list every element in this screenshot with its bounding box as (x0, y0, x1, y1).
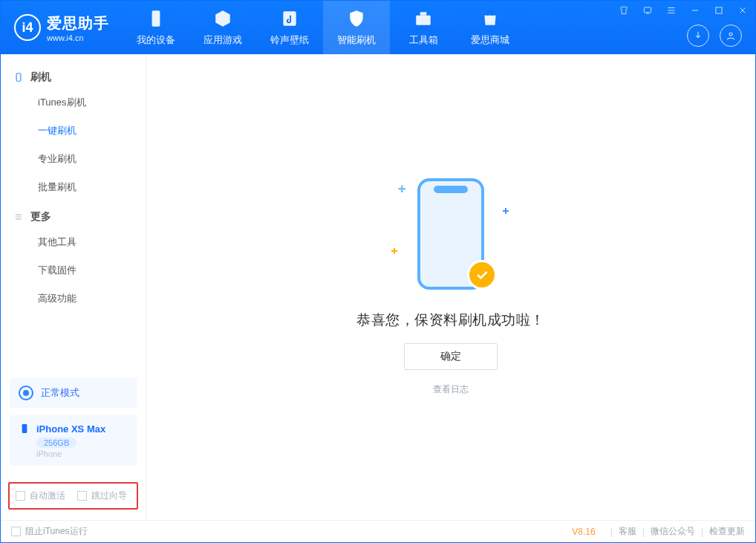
nav-label: 铃声壁纸 (270, 33, 309, 47)
account-button[interactable] (720, 25, 742, 47)
app-logo: i4 爱思助手 www.i4.cn (1, 1, 123, 54)
section-title: 刷机 (30, 71, 51, 84)
body: 刷机 iTunes刷机 一键刷机 专业刷机 批量刷机 更多 其他工具 下载固件 … (1, 54, 755, 520)
footer-link-support[interactable]: 客服 (619, 525, 636, 538)
close-button[interactable] (734, 4, 751, 17)
sidebar-section-flash: 刷机 (1, 62, 146, 88)
device-icon (146, 9, 166, 30)
music-icon (280, 9, 299, 30)
nav-label: 应用游戏 (203, 33, 242, 47)
checkbox-auto-activate[interactable]: 自动激活 (16, 490, 65, 502)
cube-icon (213, 9, 232, 30)
header-right-icons (687, 25, 742, 47)
svg-rect-0 (152, 10, 160, 27)
success-message: 恭喜您，保资料刷机成功啦！ (356, 310, 545, 330)
nav-label: 我的设备 (137, 33, 175, 47)
main-nav: 我的设备 应用游戏 铃声壁纸 智能刷机 工具箱 (123, 1, 524, 54)
sidebar-item-oneclick-flash[interactable]: 一键刷机 (1, 117, 146, 145)
minimize-button[interactable] (687, 4, 703, 17)
checkbox-skip-setup[interactable]: 跳过向导 (77, 490, 127, 502)
svg-rect-3 (420, 12, 427, 15)
sidebar-item-batch-flash[interactable]: 批量刷机 (1, 173, 146, 201)
skin-icon[interactable] (616, 4, 632, 17)
nav-toolbox[interactable]: 工具箱 (390, 1, 457, 54)
nav-my-device[interactable]: 我的设备 (123, 1, 189, 54)
download-button[interactable] (687, 25, 709, 47)
sidebar-item-other-tools[interactable]: 其他工具 (1, 228, 146, 256)
svg-rect-1 (283, 11, 296, 26)
checkbox-box-icon (77, 491, 87, 501)
sidebar-item-download-firmware[interactable]: 下载固件 (1, 256, 146, 284)
nav-apps-games[interactable]: 应用游戏 (189, 1, 256, 54)
sidebar-scroll: 刷机 iTunes刷机 一键刷机 专业刷机 批量刷机 更多 其他工具 下载固件 … (1, 54, 146, 378)
nav-label: 爱思商城 (471, 33, 509, 47)
separator: | (610, 527, 613, 537)
sidebar-item-itunes-flash[interactable]: iTunes刷机 (1, 88, 146, 117)
footer-left: 阻止iTunes运行 (11, 525, 88, 538)
mode-dot-icon (19, 386, 33, 400)
svg-rect-5 (716, 7, 722, 13)
device-type: iPhone (36, 449, 128, 458)
device-capacity: 256GB (36, 438, 76, 448)
maximize-button[interactable] (711, 4, 727, 17)
footer-link-wechat[interactable]: 微信公众号 (651, 525, 695, 538)
device-mode-card[interactable]: 正常模式 (10, 378, 137, 408)
checkmark-badge-icon (467, 260, 497, 290)
ok-button[interactable]: 确定 (404, 343, 498, 370)
checkbox-box-icon (16, 491, 25, 501)
highlighted-options: 自动激活 跳过向导 (8, 482, 138, 510)
feedback-icon[interactable] (639, 4, 656, 17)
sparkle-icon (398, 185, 403, 190)
main-content: 恭喜您，保资料刷机成功啦！ 确定 查看日志 (146, 54, 755, 520)
menu-icon[interactable] (663, 4, 680, 17)
bag-icon (480, 9, 500, 30)
app-name-en: www.i4.cn (47, 33, 109, 42)
checkbox-block-itunes[interactable]: 阻止iTunes运行 (11, 525, 88, 538)
sidebar-bottom: 正常模式 iPhone XS Max 256GB iPhone (1, 378, 146, 473)
section-title: 更多 (30, 210, 51, 224)
nav-label: 工具箱 (409, 33, 438, 47)
device-card[interactable]: iPhone XS Max 256GB iPhone (10, 415, 137, 466)
svg-rect-7 (16, 74, 21, 82)
footer-right: V8.16 | 客服 | 微信公众号 | 检查更新 (572, 525, 745, 538)
nav-smart-flash[interactable]: 智能刷机 (323, 1, 390, 54)
footer-link-update[interactable]: 检查更新 (709, 525, 745, 538)
phone-icon (19, 423, 30, 435)
checkbox-label: 跳过向导 (91, 490, 127, 502)
toolbox-icon (414, 9, 433, 30)
footer: 阻止iTunes运行 V8.16 | 客服 | 微信公众号 | 检查更新 (1, 520, 755, 542)
success-illustration (391, 178, 510, 297)
window-controls (616, 4, 751, 17)
checkbox-box-icon (11, 527, 21, 536)
version-label: V8.16 (572, 527, 595, 537)
mode-label: 正常模式 (41, 386, 79, 400)
sidebar-item-advanced[interactable]: 高级功能 (1, 284, 146, 313)
separator: | (701, 527, 703, 537)
svg-rect-2 (416, 15, 431, 25)
device-name: iPhone XS Max (36, 423, 105, 435)
sidebar-section-more: 更多 (1, 201, 146, 228)
shield-icon (347, 9, 366, 30)
svg-point-6 (729, 33, 732, 36)
logo-text: 爱思助手 www.i4.cn (47, 13, 109, 42)
svg-rect-8 (22, 424, 27, 433)
logo-badge-icon: i4 (14, 14, 41, 41)
checkbox-label: 自动激活 (30, 490, 65, 502)
view-log-link[interactable]: 查看日志 (433, 383, 469, 396)
separator: | (642, 527, 645, 537)
checkbox-label: 阻止iTunes运行 (25, 525, 88, 538)
nav-ringtone-wallpaper[interactable]: 铃声壁纸 (256, 1, 323, 54)
device-name-row: iPhone XS Max (19, 423, 128, 435)
sidebar-item-pro-flash[interactable]: 专业刷机 (1, 145, 146, 173)
nav-store[interactable]: 爱思商城 (457, 1, 524, 54)
phone-icon (13, 71, 25, 83)
svg-rect-4 (644, 7, 651, 13)
list-icon (13, 211, 25, 223)
sidebar: 刷机 iTunes刷机 一键刷机 专业刷机 批量刷机 更多 其他工具 下载固件 … (1, 54, 146, 520)
app-name-cn: 爱思助手 (47, 13, 109, 33)
sparkle-icon (503, 208, 507, 212)
titlebar: i4 爱思助手 www.i4.cn 我的设备 应用游戏 铃声壁纸 (1, 1, 755, 54)
nav-label: 智能刷机 (337, 33, 376, 47)
sparkle-icon (391, 248, 396, 253)
